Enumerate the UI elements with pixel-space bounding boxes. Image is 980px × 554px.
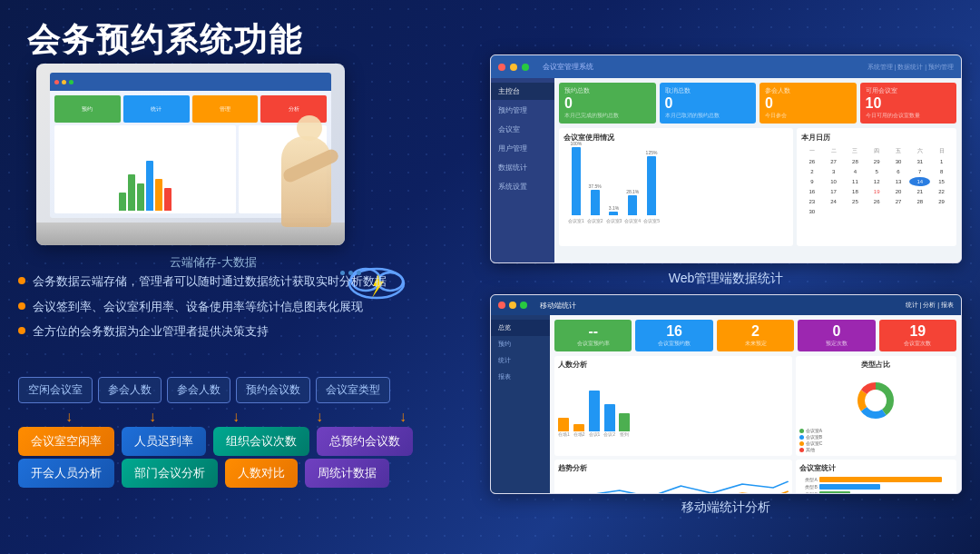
web-url-bar: 会议室管理系统 (543, 62, 593, 72)
bar-group-4: 28.1% 会议室4 (624, 189, 641, 223)
mobile-line-chart: 趋势分析 (554, 460, 792, 493)
legend-dot-3 (799, 448, 804, 452)
web-screenshot-header: 会议室管理系统 系统管理 | 数据统计 | 预约管理 (491, 55, 961, 78)
feature-tag-0: 空闲会议室 (18, 377, 93, 403)
ws-nav-settings[interactable]: 系统设置 (491, 178, 554, 195)
btn-row2-0[interactable]: 开会人员分析 (18, 459, 114, 488)
mobile-close (498, 302, 505, 309)
mobile-top-stats: -- 会议室预约率 16 会议室预约数 2 未来预定 0 预定次数 (554, 320, 956, 351)
min-dot (510, 64, 517, 71)
ms-nav-overview[interactable]: 总览 (491, 320, 550, 336)
web-main-content: 预约总数 0 本月已完成的预约总数 取消总数 0 本月已取消的预约总数 参会人数… (554, 78, 961, 262)
mobile-bottom-row: 趋势分析 会议室统计 类型A 类型 (554, 460, 956, 493)
bullet-section: 会务数据云端存储，管理者可以随时通过数据统计获取实时分析数据 会议签到率、会议室… (18, 272, 454, 348)
mobile-bar-title: 人数分析 (558, 360, 789, 370)
web-stats-row: 预约总数 0 本月已完成的预约总数 取消总数 0 本月已取消的预约总数 参会人数… (559, 83, 956, 124)
web-stat-card-3: 可用会议室 10 今日可用的会议室数量 (860, 83, 957, 124)
ms-nav-stats[interactable]: 统计 (491, 352, 550, 369)
mobile-min (509, 302, 516, 309)
btn-row1-0[interactable]: 会议室空闲率 (18, 427, 114, 456)
web-management-screenshot: 会议室管理系统 系统管理 | 数据统计 | 预约管理 主控台 预约管理 会议室 … (490, 54, 962, 263)
left-section: 预约 统计 管理 分析 (18, 64, 454, 245)
horiz-bar-title: 会议室统计 (799, 463, 953, 473)
cloud-label: 云端储存-大数据 (91, 254, 336, 271)
ws-nav-room[interactable]: 会议室 (491, 121, 554, 138)
bullet-dot-1 (18, 277, 25, 284)
mobile-horiz-bars: 会议室统计 类型A 类型B 类型C (796, 460, 956, 493)
feature-tag-3: 预约会议数 (236, 377, 310, 403)
feature-tag-4: 会议室类型 (316, 377, 390, 403)
web-calendar-panel: 本月日历 一 二 三 四 五 六 日 26 27 28 29 (797, 128, 956, 246)
bullet-2: 会议签到率、会议室利用率、设备使用率等统计信息图表化展现 (18, 298, 454, 316)
page-title: 会务预约系统功能 (27, 18, 303, 63)
ws-nav-dashboard[interactable]: 主控台 (491, 83, 554, 100)
web-nav-links: 系统管理 | 数据统计 | 预约管理 (867, 63, 954, 72)
web-stat-card-2: 参会人数 0 今日参会 (760, 83, 857, 124)
bar-group-2: 37.5% 会议室2 (587, 183, 603, 223)
btn-row2-1[interactable]: 部门会议分析 (122, 459, 218, 488)
web-bar-chart-panel: 会议室使用情况 100% 会议室1 37.5% (559, 128, 793, 246)
mobile-max (520, 302, 527, 309)
bar-group-3: 3.1% 会议室3 (606, 205, 622, 223)
mobile-stat-4: 0 预定次数 (798, 320, 875, 351)
mobile-stat-3: 2 未来预定 (717, 320, 794, 351)
feature-tags: 空闲会议室参会人数参会人数预约会议数会议室类型 (18, 377, 454, 403)
mobile-section-label: 移动端统计分析 (490, 500, 962, 516)
mobile-header: 移动端统计 统计 | 分析 | 报表 (491, 295, 961, 315)
ws-nav-user[interactable]: 用户管理 (491, 140, 554, 157)
legend-dot-0 (799, 429, 804, 433)
max-dot (522, 64, 529, 71)
mobile-charts-row: 人数分析 在场1 在场2 (554, 356, 956, 456)
legend-dot-1 (799, 435, 804, 440)
horiz-bar-1: 类型A (799, 477, 953, 482)
btn-row2-3[interactable]: 周统计数据 (305, 459, 389, 488)
ms-nav-report[interactable]: 报表 (491, 369, 550, 385)
horiz-bar-3: 类型C (799, 491, 953, 493)
svg-point-8 (867, 391, 885, 410)
web-screenshot-body: 主控台 预约管理 会议室 用户管理 数据统计 系统设置 预约总数 0 本月已完成… (491, 78, 961, 262)
button-row-1: 会议室空闲率人员迟到率组织会议次数总预约会议数 (18, 427, 413, 456)
web-stat-card-1: 取消总数 0 本月已取消的预约总数 (660, 83, 757, 124)
legend-item-2: 会议室C (799, 440, 953, 446)
bullet-3: 全方位的会务数据为企业管理者提供决策支持 (18, 322, 454, 341)
mobile-sidebar: 总览 预约 统计 报表 (491, 315, 550, 493)
ws-nav-stats[interactable]: 数据统计 (491, 159, 554, 176)
mobile-screenshot: 移动端统计 统计 | 分析 | 报表 总览 预约 统计 报表 -- 会议室预约率… (490, 294, 962, 494)
mobile-stat-5: 19 会议室次数 (879, 320, 956, 351)
mobile-nav: 统计 | 分析 | 报表 (906, 301, 954, 310)
bar-chart-title: 会议室使用情况 (564, 133, 789, 143)
arrow-row: ↓ ↓ ↓ ↓ ↓ (27, 409, 445, 425)
mobile-stat-2: 16 会议室预约数 (635, 320, 712, 351)
legend-item-0: 会议室A (799, 428, 953, 433)
mobile-stat-1: -- 会议室预约率 (554, 320, 632, 351)
mobile-title-bar: 移动端统计 (540, 301, 576, 311)
laptop-illustration: 预约 统计 管理 分析 (36, 64, 345, 245)
feature-tag-1: 参会人数 (98, 377, 162, 403)
right-section: 会议室管理系统 系统管理 | 数据统计 | 预约管理 主控台 预约管理 会议室 … (490, 54, 962, 516)
donut-svg (853, 378, 898, 423)
close-dot (498, 64, 505, 71)
btn-row2-2[interactable]: 人数对比 (225, 459, 298, 488)
btn-row1-1[interactable]: 人员迟到率 (122, 427, 206, 456)
web-section-label: Web管理端数据统计 (490, 271, 962, 287)
bar-chart-area: 100% 会议室1 37.5% (564, 146, 789, 223)
donut-title: 类型占比 (861, 360, 890, 370)
ws-nav-booking[interactable]: 预约管理 (491, 102, 554, 119)
horiz-bar-2: 类型B (799, 484, 953, 490)
bar-group-5: 125% 会议室5 (643, 150, 660, 223)
mobile-donut-chart: 类型占比 (796, 356, 956, 456)
ms-nav-booking[interactable]: 预约 (491, 336, 550, 352)
calendar-title: 本月日历 (801, 133, 952, 143)
mobile-body: 总览 预约 统计 报表 -- 会议室预约率 16 会议室预约数 (491, 315, 961, 493)
web-sidebar: 主控台 预约管理 会议室 用户管理 数据统计 系统设置 (491, 78, 554, 262)
web-content-row: 会议室使用情况 100% 会议室1 37.5% (559, 128, 956, 246)
feature-tag-2: 参会人数 (167, 377, 230, 403)
line-chart-title: 趋势分析 (558, 463, 789, 473)
legend-item-1: 会议室B (799, 434, 953, 440)
mobile-bar-chart: 人数分析 在场1 在场2 (554, 356, 792, 456)
bullet-dot-3 (18, 327, 25, 334)
btn-row1-2[interactable]: 组织会议次数 (213, 427, 309, 456)
bullet-1: 会务数据云端存储，管理者可以随时通过数据统计获取实时分析数据 (18, 272, 454, 291)
btn-row1-3[interactable]: 总预约会议数 (317, 427, 413, 456)
legend-dot-2 (799, 441, 804, 446)
